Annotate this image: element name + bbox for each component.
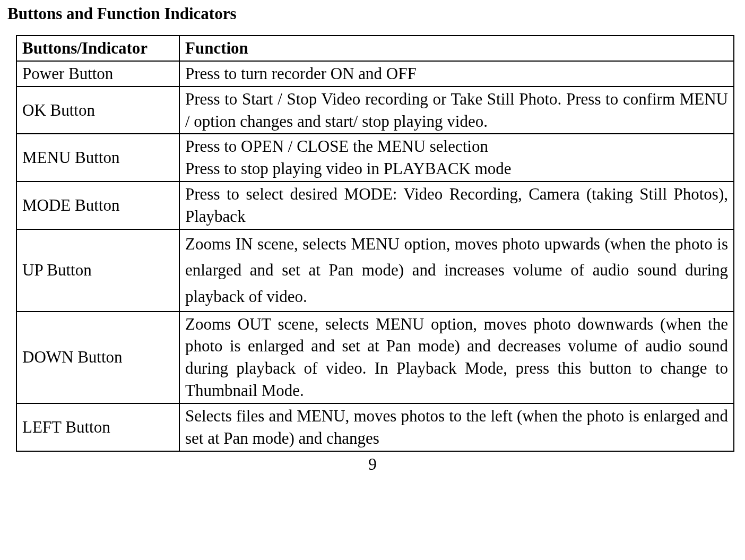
buttons-table: Buttons/Indicator Function Power Button … xyxy=(16,35,734,452)
cell-button-label: DOWN Button xyxy=(16,312,179,403)
cell-function-desc: Press to select desired MODE: Video Reco… xyxy=(179,182,734,229)
table-row: MODE Button Press to select desired MODE… xyxy=(16,182,734,229)
header-function: Function xyxy=(179,36,734,61)
cell-function-desc: Zooms IN scene, selects MENU option, mov… xyxy=(179,229,734,312)
table-row: Power Button Press to turn recorder ON a… xyxy=(16,61,734,87)
cell-button-label: MODE Button xyxy=(16,182,179,229)
header-buttons: Buttons/Indicator xyxy=(16,36,179,61)
page-number: 9 xyxy=(7,455,738,474)
cell-button-label: UP Button xyxy=(16,229,179,312)
cell-function-line: Press to OPEN / CLOSE the MENU selection xyxy=(185,135,728,158)
cell-button-label: Power Button xyxy=(16,61,179,87)
table-header-row: Buttons/Indicator Function xyxy=(16,36,734,61)
cell-function-desc: Selects files and MENU, moves photos to … xyxy=(179,403,734,451)
table-row: OK Button Press to Start / Stop Video re… xyxy=(16,87,734,134)
cell-function-desc: Press to Start / Stop Video recording or… xyxy=(179,87,734,134)
cell-function-line: Press to stop playing video in PLAYBACK … xyxy=(185,158,728,180)
page-title: Buttons and Function Indicators xyxy=(7,4,738,23)
cell-function-desc: Press to turn recorder ON and OFF xyxy=(179,61,734,87)
cell-button-label: OK Button xyxy=(16,87,179,134)
cell-button-label: MENU Button xyxy=(16,134,179,182)
table-row: MENU Button Press to OPEN / CLOSE the ME… xyxy=(16,134,734,182)
cell-function-desc: Zooms OUT scene, selects MENU option, mo… xyxy=(179,312,734,403)
cell-function-desc: Press to OPEN / CLOSE the MENU selection… xyxy=(179,134,734,182)
table-row: UP Button Zooms IN scene, selects MENU o… xyxy=(16,229,734,312)
table-row: DOWN Button Zooms OUT scene, selects MEN… xyxy=(16,312,734,403)
cell-button-label: LEFT Button xyxy=(16,403,179,451)
table-row: LEFT Button Selects files and MENU, move… xyxy=(16,403,734,451)
